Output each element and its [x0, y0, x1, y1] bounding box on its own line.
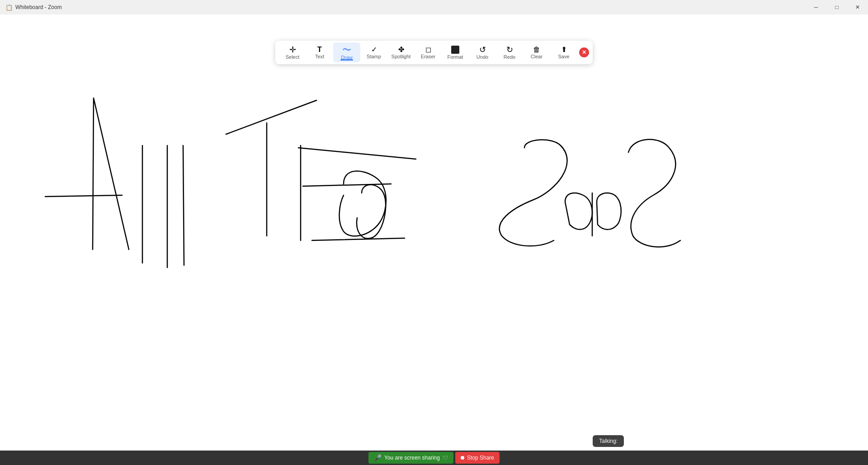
- stop-share-label: Stop Share: [467, 455, 494, 461]
- text-label: Text: [315, 54, 324, 59]
- eraser-icon: ◻: [425, 46, 431, 53]
- close-button[interactable]: ✕: [847, 0, 868, 14]
- draw-active-indicator: [340, 59, 353, 61]
- toolbar-item-undo[interactable]: ↺ Undo: [469, 42, 496, 62]
- record-dot: [461, 456, 464, 460]
- stop-share-button[interactable]: Stop Share: [455, 452, 500, 464]
- spotlight-label: Spotlight: [392, 54, 411, 59]
- window-title: Whiteboard - Zoom: [15, 4, 62, 10]
- talking-indicator: Talking:: [593, 435, 624, 447]
- clear-label: Clear: [531, 54, 542, 59]
- toolbar-item-text[interactable]: T Text: [306, 42, 333, 62]
- microphone-icon: 🎤: [374, 454, 382, 461]
- text-icon: T: [317, 46, 322, 53]
- sharing-text: You are screen sharing: [384, 455, 440, 461]
- undo-label: Undo: [476, 55, 488, 60]
- screen-sharing-indicator: 🎤 You are screen sharing 🛡: [368, 452, 453, 464]
- stamp-label: Stamp: [367, 54, 381, 59]
- toolbar-close-button[interactable]: ✕: [579, 47, 589, 57]
- draw-icon: 〜: [342, 45, 351, 54]
- toolbar-item-spotlight[interactable]: ✤ Spotlight: [387, 42, 415, 62]
- toolbar-item-clear[interactable]: 🗑 Clear: [523, 42, 550, 62]
- drawing-layer: [0, 14, 868, 465]
- toolbar-item-draw[interactable]: 〜 Draw: [333, 42, 360, 62]
- toolbar-item-eraser[interactable]: ◻ Eraser: [415, 42, 442, 62]
- format-label: Format: [448, 55, 463, 60]
- window-controls: ─ □ ✕: [806, 0, 868, 14]
- save-label: Save: [558, 54, 569, 59]
- format-icon: [451, 46, 459, 54]
- toolbar: ✛ Select T Text 〜 Draw ✓ Stamp ✤ Spotlig…: [275, 41, 593, 64]
- save-icon: ⬆: [561, 46, 567, 53]
- clear-icon: 🗑: [533, 46, 540, 53]
- redo-label: Redo: [504, 55, 515, 60]
- eraser-label: Eraser: [421, 54, 435, 59]
- toolbar-item-format[interactable]: Format: [442, 42, 469, 62]
- stamp-icon: ✓: [371, 46, 377, 53]
- select-label: Select: [286, 55, 300, 60]
- minimize-button[interactable]: ─: [806, 0, 826, 14]
- select-icon: ✛: [289, 46, 296, 54]
- titlebar: 📋 Whiteboard - Zoom ─ □ ✕: [0, 0, 868, 14]
- bottom-bar: 🎤 You are screen sharing 🛡 Stop Share: [0, 451, 868, 465]
- undo-icon: ↺: [479, 46, 486, 54]
- shield-icon: 🛡: [443, 455, 448, 461]
- redo-icon: ↻: [506, 46, 513, 54]
- toolbar-item-save[interactable]: ⬆ Save: [550, 42, 577, 62]
- toolbar-item-stamp[interactable]: ✓ Stamp: [360, 42, 387, 62]
- maximize-button[interactable]: □: [826, 0, 847, 14]
- app-icon: 📋: [5, 4, 13, 11]
- spotlight-icon: ✤: [398, 46, 404, 53]
- whiteboard-canvas[interactable]: [0, 14, 868, 465]
- talking-label: Talking:: [599, 438, 618, 444]
- toolbar-item-redo[interactable]: ↻ Redo: [496, 42, 523, 62]
- toolbar-item-select[interactable]: ✛ Select: [279, 42, 306, 62]
